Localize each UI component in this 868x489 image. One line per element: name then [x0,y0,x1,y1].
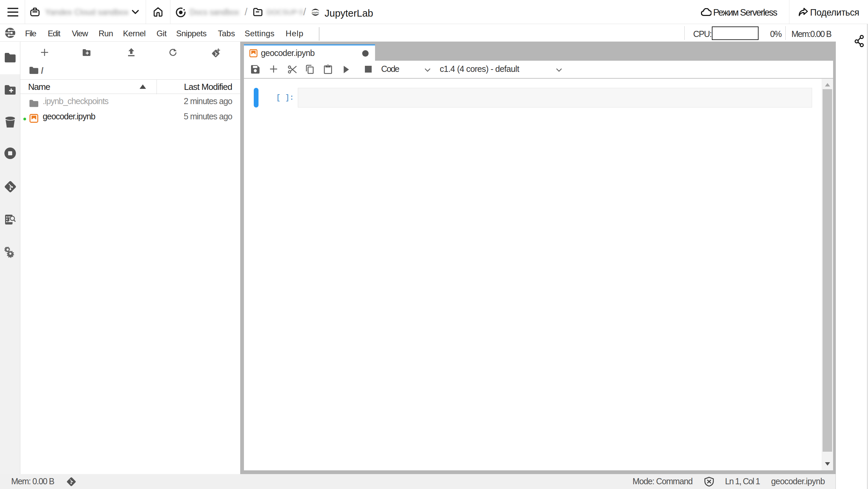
svg-text:jupyter: jupyter [311,11,319,14]
